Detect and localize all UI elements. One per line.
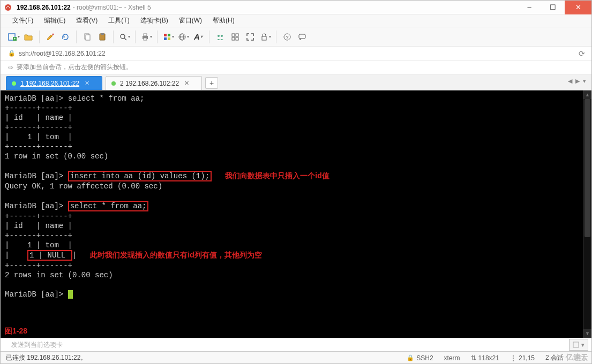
- table-border: +------+------+: [5, 104, 72, 112]
- result-summary: 2 rows in set (0.00 sec): [5, 271, 113, 279]
- annotation-box-null: 1 | NULL: [27, 250, 72, 261]
- help-icon[interactable]: ?: [281, 31, 294, 43]
- table-header: | id | name |: [5, 113, 72, 122]
- reconnect-icon[interactable]: [59, 31, 72, 43]
- search-icon[interactable]: ▾: [118, 31, 131, 43]
- tab-nav: ◀ ▶ ▾: [567, 78, 587, 85]
- svg-rect-15: [164, 37, 167, 40]
- lock-icon: 🔒: [407, 354, 414, 361]
- session-tab-1[interactable]: 1 192.168.26.101:22 ✕: [6, 76, 102, 90]
- svg-rect-14: [168, 34, 170, 36]
- terminal-cursor: [68, 290, 73, 299]
- table-row: | 1 | tom |: [5, 241, 72, 249]
- close-button[interactable]: ✕: [565, 1, 591, 14]
- font-icon[interactable]: A▾: [192, 31, 205, 43]
- sql-select-1: select * from aa;: [68, 94, 145, 103]
- session-tab-2[interactable]: 2 192.168.26.102:22 ✕: [106, 76, 202, 90]
- menu-file[interactable]: 文件(F): [8, 15, 38, 26]
- tab-list-icon[interactable]: ▾: [582, 78, 587, 85]
- tab-close-icon[interactable]: ✕: [184, 80, 189, 87]
- tile-icon[interactable]: [229, 31, 242, 43]
- prompt: MariaDB [aa]>: [5, 290, 63, 299]
- result-summary: 1 row in set (0.00 sec): [5, 152, 108, 161]
- table-border: +------+------+: [5, 123, 72, 132]
- toolbar-separator: [157, 31, 158, 43]
- users-icon[interactable]: [214, 31, 227, 43]
- table-border: +------+------+: [5, 231, 72, 240]
- window-title-rest: - root@vms001:~ - Xshell 5: [73, 4, 151, 11]
- svg-text:?: ?: [286, 35, 288, 40]
- tab-label: 2 192.168.26.102:22: [120, 80, 179, 87]
- hint-text: 要添加当前会话，点击左侧的箭头按钮。: [17, 63, 132, 72]
- table-border: +------+------+: [5, 212, 72, 221]
- paste-icon[interactable]: [96, 31, 109, 43]
- tab-close-icon[interactable]: ✕: [85, 80, 89, 87]
- scroll-thumb[interactable]: [584, 99, 590, 237]
- lock-small-icon: 🔒: [8, 50, 16, 57]
- tab-prev-icon[interactable]: ◀: [567, 78, 573, 85]
- menu-view[interactable]: 查看(V): [72, 15, 102, 26]
- svg-point-8: [121, 34, 125, 39]
- table-header: | id | name |: [5, 222, 72, 230]
- menu-tabs[interactable]: 选项卡(B): [136, 15, 173, 26]
- status-protocol: 🔒SSH2: [407, 354, 433, 362]
- figure-label: 图1-28: [5, 326, 27, 336]
- toolbar-separator: [209, 31, 209, 43]
- table-border: +------+------+: [5, 261, 72, 270]
- properties-icon[interactable]: [44, 31, 57, 43]
- minimize-button[interactable]: –: [518, 1, 541, 14]
- app-icon: [4, 3, 12, 12]
- menu-edit[interactable]: 编辑(E): [40, 15, 70, 26]
- svg-point-0: [5, 4, 11, 11]
- globe-icon[interactable]: ▾: [177, 31, 190, 43]
- title-bar: 192.168.26.101:22 - root@vms001:~ - Xshe…: [1, 1, 591, 14]
- toolbar-separator: [39, 31, 40, 43]
- reload-icon[interactable]: ⟳: [579, 49, 585, 58]
- annotation-text-2: 此时我们发现插入的数值只有id列有值，其他列为空: [90, 251, 261, 259]
- table-row: |: [5, 251, 27, 260]
- terminal-input[interactable]: 发送到当前选项卡: [1, 340, 569, 350]
- new-tab-icon[interactable]: ▾: [7, 31, 20, 43]
- hint-arrow-icon[interactable]: ⇨: [8, 64, 13, 71]
- status-dot-icon: [111, 81, 116, 86]
- tab-strip: 1 192.168.26.101:22 ✕ 2 192.168.26.102:2…: [1, 74, 591, 90]
- svg-point-20: [218, 35, 220, 37]
- terminal-scrollbar[interactable]: ▲ ▼: [583, 90, 591, 338]
- menu-help[interactable]: 帮助(H): [208, 15, 239, 26]
- toolbar-separator: [276, 31, 276, 43]
- svg-rect-16: [168, 37, 170, 40]
- fullscreen-icon[interactable]: [244, 31, 257, 43]
- color-scheme-icon[interactable]: ▾: [162, 31, 175, 43]
- toolbar: ▾ ▾ ▾ ▾ ▾ A▾ ▾ ?: [1, 27, 591, 47]
- status-size: ⇅ 118x21: [471, 354, 499, 362]
- maximize-button[interactable]: ☐: [541, 1, 565, 14]
- tab-next-icon[interactable]: ▶: [574, 78, 581, 85]
- query-ok: Query OK, 1 row affected (0.00 sec): [5, 182, 162, 191]
- terminal[interactable]: MariaDB [aa]> select * from aa; +------+…: [1, 90, 583, 338]
- copy-icon[interactable]: [81, 31, 94, 43]
- hint-bar: ⇨ 要添加当前会话，点击左侧的箭头按钮。: [1, 60, 591, 74]
- menu-tools[interactable]: 工具(T): [104, 15, 133, 26]
- feedback-icon[interactable]: [296, 31, 309, 43]
- watermark-text: 亿速云: [566, 353, 588, 362]
- svg-rect-23: [236, 34, 238, 36]
- scroll-down-icon[interactable]: ▼: [583, 329, 591, 338]
- address-url[interactable]: ssh://root@192.168.26.101:22: [19, 50, 106, 57]
- window-title-host: 192.168.26.101:22: [17, 4, 71, 11]
- status-termtype: xterm: [444, 354, 460, 362]
- window-buttons: – ☐ ✕: [518, 1, 591, 14]
- annotation-box-insert: insert into aa (id) values (1);: [68, 171, 212, 181]
- scroll-track[interactable]: [583, 99, 591, 329]
- open-folder-icon[interactable]: [22, 31, 35, 43]
- menu-window[interactable]: 窗口(W): [175, 15, 206, 26]
- app-window: 192.168.26.101:22 - root@vms001:~ - Xshe…: [0, 0, 592, 364]
- svg-rect-13: [164, 34, 167, 36]
- lock-icon[interactable]: ▾: [259, 31, 272, 43]
- table-row: | 1 | tom |: [5, 133, 72, 141]
- add-tab-button[interactable]: +: [205, 77, 218, 89]
- print-icon[interactable]: ▾: [140, 31, 153, 43]
- send-mode-button[interactable]: ▾: [569, 339, 588, 351]
- scroll-up-icon[interactable]: ▲: [583, 90, 591, 99]
- svg-rect-12: [144, 38, 147, 40]
- prompt: MariaDB [aa]>: [5, 172, 63, 180]
